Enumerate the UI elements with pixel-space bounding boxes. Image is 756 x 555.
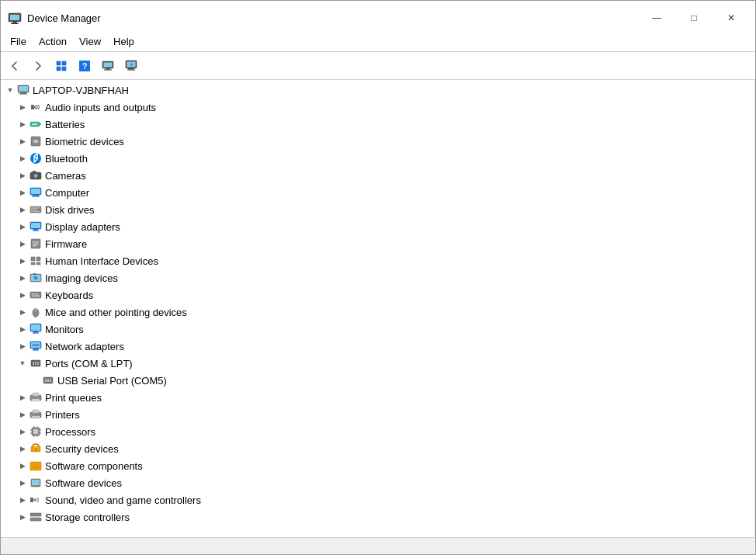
svg-point-87 bbox=[38, 397, 40, 398]
printq-label: Print queues bbox=[45, 392, 102, 404]
svg-rect-13 bbox=[104, 69, 112, 70]
tree-item-sound[interactable]: ▶ Sound, video and game controllers bbox=[1, 491, 754, 508]
disk-toggle[interactable]: ▶ bbox=[16, 203, 29, 216]
tree-item-bluetooth[interactable]: ▶ Bluetooth bbox=[1, 150, 754, 167]
processors-toggle[interactable]: ▶ bbox=[16, 425, 29, 438]
sound-toggle[interactable]: ▶ bbox=[16, 494, 29, 506]
ports-toggle[interactable]: ▼ bbox=[16, 357, 29, 369]
display-toggle[interactable]: ▶ bbox=[16, 220, 29, 233]
root-toggle[interactable]: ▼ bbox=[4, 84, 16, 96]
minimize-button[interactable]: — bbox=[639, 6, 675, 29]
tree-root[interactable]: ▼ LAPTOP-VJBNFHAH bbox=[1, 82, 754, 99]
tree-item-storage[interactable]: ▶ Storage controllers bbox=[1, 508, 754, 526]
firmware-toggle[interactable]: ▶ bbox=[16, 238, 29, 250]
svg-rect-36 bbox=[33, 195, 39, 196]
ports-label: Ports (COM & LPT) bbox=[45, 358, 133, 369]
svg-rect-4 bbox=[57, 61, 61, 65]
tree-item-computer[interactable]: ▶ Computer bbox=[1, 184, 754, 201]
menu-help[interactable]: Help bbox=[107, 34, 140, 49]
biometric-toggle[interactable]: ▶ bbox=[16, 135, 29, 147]
monitors-label: Monitors bbox=[45, 324, 84, 335]
bluetooth-toggle[interactable]: ▶ bbox=[16, 152, 29, 165]
monitors-toggle[interactable]: ▶ bbox=[16, 323, 29, 335]
tree-item-processors[interactable]: ▶ Processors bbox=[1, 423, 754, 440]
menu-view[interactable]: View bbox=[73, 34, 107, 49]
tree-item-com5[interactable]: USB Serial Port (COM5) bbox=[1, 372, 754, 389]
maximize-button[interactable]: □ bbox=[676, 6, 712, 29]
storage-toggle[interactable]: ▶ bbox=[16, 511, 29, 523]
printq-toggle[interactable]: ▶ bbox=[16, 391, 29, 404]
svg-point-32 bbox=[35, 175, 37, 177]
forward-button[interactable] bbox=[27, 55, 49, 77]
tree-item-disk[interactable]: ▶ Disk drives bbox=[1, 201, 754, 218]
svg-rect-81 bbox=[45, 379, 47, 382]
imaging-toggle[interactable]: ▶ bbox=[16, 272, 29, 284]
tree-item-hid[interactable]: ▶ Human Interface Devices bbox=[1, 252, 754, 269]
window-controls: — □ ✕ bbox=[639, 6, 749, 29]
svg-point-116 bbox=[39, 519, 40, 520]
tree-item-biometric[interactable]: ▶ Biometric devices bbox=[1, 133, 754, 150]
tree-item-security[interactable]: ▶ Security devices bbox=[1, 440, 754, 457]
tree-item-imaging[interactable]: ▶ Imaging devices bbox=[1, 269, 754, 286]
menu-file[interactable]: File bbox=[4, 34, 33, 49]
cameras-toggle[interactable]: ▶ bbox=[16, 169, 29, 182]
monitor-button[interactable] bbox=[97, 55, 119, 77]
svg-point-56 bbox=[34, 276, 38, 280]
svg-rect-112 bbox=[30, 498, 33, 502]
app-icon bbox=[7, 10, 23, 26]
scan-button[interactable]: ⚙ bbox=[120, 55, 142, 77]
svg-rect-89 bbox=[33, 410, 39, 413]
tree-item-batteries[interactable]: ▶ Batteries bbox=[1, 116, 754, 133]
svg-rect-110 bbox=[32, 480, 40, 485]
tree-item-printers[interactable]: ▶ Printers bbox=[1, 406, 754, 423]
tree-item-ports[interactable]: ▼ Ports (COM & LPT) bbox=[1, 355, 754, 372]
tree-item-display[interactable]: ▶ Display adapters bbox=[1, 218, 754, 235]
printers-toggle[interactable]: ▶ bbox=[16, 408, 29, 421]
svg-rect-57 bbox=[33, 273, 36, 275]
tree-item-firmware[interactable]: ▶ Firmware bbox=[1, 235, 754, 252]
tree-item-printq[interactable]: ▶ Print queues bbox=[1, 389, 754, 406]
computer-toggle[interactable]: ▶ bbox=[16, 186, 29, 199]
softcomp-toggle[interactable]: ▶ bbox=[16, 460, 29, 472]
svg-text:?: ? bbox=[82, 61, 88, 71]
computer-icon bbox=[16, 83, 30, 97]
device-tree[interactable]: ▼ LAPTOP-VJBNFHAH ▶ bbox=[1, 80, 755, 537]
sound-icon bbox=[29, 493, 43, 507]
tree-item-audio[interactable]: ▶ Audio inputs and outputs bbox=[1, 99, 754, 116]
softdev-toggle[interactable]: ▶ bbox=[16, 477, 29, 489]
tree-item-monitors[interactable]: ▶ Monitors bbox=[1, 321, 754, 338]
mice-toggle[interactable]: ▶ bbox=[16, 306, 29, 318]
tree-item-mice[interactable]: ▶ Mice and other pointing devices bbox=[1, 304, 754, 321]
menu-action[interactable]: Action bbox=[33, 34, 73, 49]
svg-rect-49 bbox=[33, 245, 36, 247]
toolbar: ? ⚙ bbox=[1, 52, 755, 80]
svg-rect-104 bbox=[35, 449, 36, 452]
hid-toggle[interactable]: ▶ bbox=[16, 255, 29, 267]
network-toggle[interactable]: ▶ bbox=[16, 340, 29, 352]
back-button[interactable] bbox=[4, 55, 26, 77]
svg-rect-44 bbox=[33, 229, 38, 231]
svg-rect-33 bbox=[33, 171, 36, 172]
computer-label: Computer bbox=[45, 187, 89, 199]
help-button[interactable]: ? bbox=[74, 55, 95, 77]
softcomp-label: Software components bbox=[45, 460, 143, 472]
keyboards-toggle[interactable]: ▶ bbox=[16, 289, 29, 301]
svg-rect-50 bbox=[31, 257, 35, 261]
tree-item-software-components[interactable]: ▶ Software components bbox=[1, 457, 754, 474]
tree-item-cameras[interactable]: ▶ Cameras bbox=[1, 167, 754, 184]
tree-item-keyboards[interactable]: ▶ Keyboards bbox=[1, 286, 754, 304]
batteries-toggle[interactable]: ▶ bbox=[16, 118, 29, 130]
svg-rect-11 bbox=[104, 62, 113, 67]
tree-item-software-devices[interactable]: ▶ Software devices bbox=[1, 474, 754, 491]
softdev-label: Software devices bbox=[45, 477, 122, 489]
svg-rect-86 bbox=[32, 399, 40, 401]
svg-rect-75 bbox=[33, 350, 39, 351]
svg-point-28 bbox=[35, 140, 37, 143]
tree-item-network[interactable]: ▶ Network adapters bbox=[1, 338, 754, 355]
close-button[interactable]: ✕ bbox=[713, 6, 749, 29]
audio-icon bbox=[29, 100, 43, 114]
properties-button[interactable] bbox=[50, 55, 72, 77]
audio-toggle[interactable]: ▶ bbox=[16, 101, 29, 113]
security-toggle[interactable]: ▶ bbox=[16, 442, 29, 455]
com5-label: USB Serial Port (COM5) bbox=[57, 375, 167, 387]
